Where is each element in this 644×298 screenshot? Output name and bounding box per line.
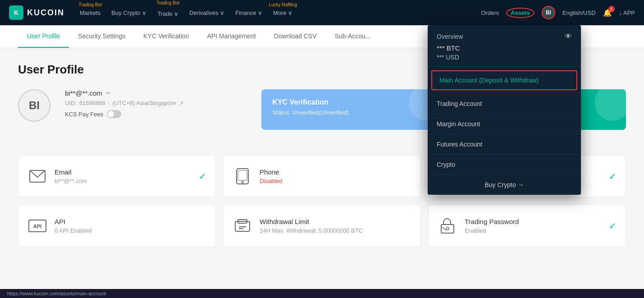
phone-value: Disabled [260, 178, 411, 184]
status-bar: https://www.kucoin.com/assets/main-accou… [0, 289, 644, 298]
phone-label: Phone [260, 168, 411, 176]
phone-icon [233, 166, 252, 186]
bell-container: 🔔 1 [603, 9, 612, 17]
svg-rect-2 [238, 170, 247, 180]
kyc-card-status: Status: Unverified(Unverified) [272, 109, 429, 116]
nav-link-trade[interactable]: Trade ∨ [153, 7, 183, 21]
user-avatar: BI [18, 89, 50, 122]
withdrawal-label: Withdrawal Limit [260, 218, 411, 225]
kcs-fees-row: KCS Pay Fees [65, 110, 247, 118]
nav-link-buycrypto[interactable]: Buy Crypto ∨ [107, 6, 151, 20]
security-item-trading-password[interactable]: Trading Password Enabled ✓ [428, 205, 626, 247]
email-value-sec: bi**@**.com [55, 178, 192, 184]
profile-email: bi**@**.com ✏ [65, 89, 247, 97]
nav-link-derivatives[interactable]: Derivatives ∨ [185, 6, 229, 20]
logo-icon: K [9, 5, 23, 20]
email-label: Email [55, 168, 192, 176]
nav-link-markets[interactable]: Markets [75, 6, 105, 20]
tab-sub-account[interactable]: Sub-Accou... [325, 25, 379, 48]
assets-dropdown: Overview 👁 *** BTC *** USD Main Account … [428, 25, 581, 195]
uid-value: 61698866 [79, 100, 105, 106]
tab-user-profile[interactable]: User Profile [18, 25, 69, 48]
logo[interactable]: K KUCOIN [9, 5, 64, 20]
hide-balance-icon[interactable]: 👁 [565, 32, 572, 41]
logo-text: KUCOIN [27, 8, 64, 18]
api-value: 0 API Enabled [55, 227, 206, 234]
dropdown-main-account[interactable]: Main Account (Deposit & Withdraw) [431, 70, 577, 90]
trading-password-info: Trading Password Enabled [465, 218, 602, 234]
uid-link-icon[interactable]: ↗ [179, 100, 183, 106]
trading-password-label: Trading Password [465, 218, 602, 225]
status-url: https://www.kucoin.com/assets/main-accou… [7, 291, 106, 296]
usd-value: *** USD [437, 54, 572, 61]
lucky-raffling-badge: Lucky Raffling [269, 2, 297, 7]
api-info: API 0 API Enabled [55, 218, 206, 234]
nav-link-more[interactable]: More ∨ [269, 6, 297, 20]
kyc-card-title: KYC Verification [272, 98, 429, 106]
api-label: API [55, 218, 206, 225]
timezone-value: (UTC+8) Asia/Singapore [112, 100, 176, 106]
dropdown-buy-crypto-link[interactable]: Buy Crypto → [428, 174, 581, 195]
svg-text:API: API [33, 224, 41, 229]
api-icon: API [27, 216, 47, 236]
trading-bot-badge: Trading Bot [156, 0, 179, 5]
tab-kyc-verification[interactable]: KYC Verification [134, 25, 198, 48]
email-check-icon: ✓ [199, 171, 206, 182]
dropdown-crypto[interactable]: Crypto [428, 155, 581, 174]
profile-info: bi**@**.com ✏ UID: 61698866 | (UTC+8) As… [65, 89, 247, 118]
overview-values: *** BTC *** USD [428, 44, 581, 67]
trading-bot-label: Trading Bot [78, 2, 101, 7]
email-info: Email bi**@**.com [55, 168, 192, 184]
uid-label: UID: [65, 100, 77, 106]
tab-security-settings[interactable]: Security Settings [69, 25, 134, 48]
kcs-fees-label: KCS Pay Fees [65, 111, 103, 118]
dropdown-margin-account[interactable]: Margin Account [428, 114, 581, 134]
dropdown-overview: Overview 👁 [428, 25, 581, 44]
trading-password-check-icon: ✓ [609, 220, 617, 231]
kyc-card[interactable]: KYC Verification Status: Unverified(Unve… [261, 89, 440, 130]
withdrawal-value: 24H Max. Withdrawal: 5.00000000 BTC [260, 227, 411, 234]
nav-right: Orders Assets BI English/USD 🔔 1 ↓ APP [481, 6, 635, 19]
nav-link-finance[interactable]: Finance ∨ [231, 6, 267, 20]
email-icon [27, 166, 47, 186]
overview-label: Overview [437, 33, 463, 40]
phone-info: Phone Disabled [260, 168, 411, 184]
dropdown-futures-account[interactable]: Futures Account [428, 134, 581, 155]
tab-api-management[interactable]: API Management [198, 25, 265, 48]
profile-uid: UID: 61698866 | (UTC+8) Asia/Singapore ↗ [65, 100, 247, 106]
withdrawal-icon [233, 216, 252, 236]
nav-links: Trading Bot Markets Buy Crypto ∨ Trading… [75, 5, 481, 21]
security-item-phone[interactable]: Phone Disabled [223, 155, 421, 197]
security-item-withdrawal[interactable]: Withdrawal Limit 24H Max. Withdrawal: 5.… [223, 205, 421, 247]
trading-password-value: Enabled [465, 227, 602, 234]
btc-value: *** BTC [437, 44, 572, 52]
app-download-link[interactable]: ↓ APP [619, 9, 635, 16]
trading-password-icon [438, 216, 457, 236]
assets-link[interactable]: Assets [506, 8, 534, 18]
security-item-email[interactable]: Email bi**@**.com ✓ [18, 155, 216, 197]
notification-badge: 1 [608, 6, 615, 12]
svg-rect-1 [237, 169, 248, 184]
dropdown-trading-account[interactable]: Trading Account [428, 94, 581, 114]
edit-email-icon[interactable]: ✏ [106, 90, 111, 96]
avatar[interactable]: BI [542, 6, 555, 19]
navbar: K KUCOIN Trading Bot Markets Buy Crypto … [0, 0, 644, 25]
email-value: bi**@**.com [65, 89, 102, 97]
svg-point-12 [446, 227, 449, 230]
svg-point-3 [242, 181, 243, 183]
kcs-fees-toggle[interactable] [107, 110, 121, 118]
security-item-api[interactable]: API API 0 API Enabled [18, 205, 216, 247]
withdrawal-info: Withdrawal Limit 24H Max. Withdrawal: 5.… [260, 218, 411, 234]
orders-link[interactable]: Orders [481, 9, 499, 16]
language-selector[interactable]: English/USD [562, 9, 596, 16]
google-check-icon: ✓ [609, 171, 617, 182]
tab-download-csv[interactable]: Download CSV [265, 25, 326, 48]
